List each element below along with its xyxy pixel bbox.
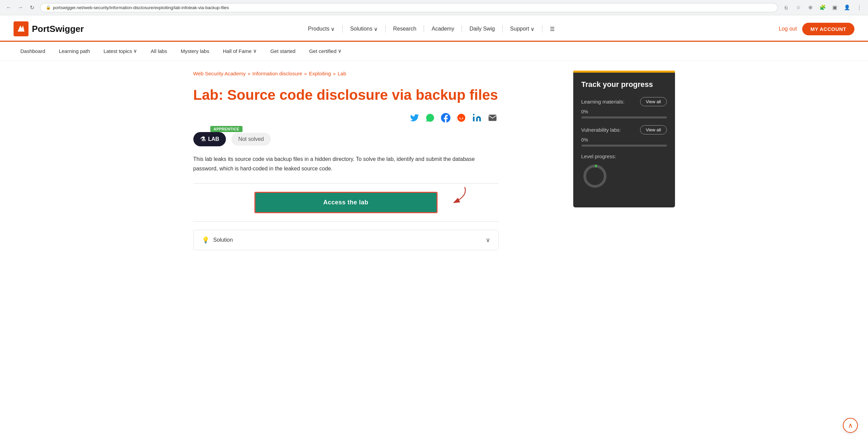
lab-label: LAB	[208, 136, 219, 142]
vuln-labs-pct: 0%	[581, 137, 667, 143]
sec-nav-hall-of-fame[interactable]: Hall of Fame ∨	[216, 42, 264, 60]
reload-button[interactable]: ↻	[27, 3, 37, 12]
apprentice-badge: APPRENTICE	[210, 126, 243, 132]
vuln-labs-section: Vulnerability labs: View all 0%	[581, 125, 667, 147]
logo-icon	[14, 21, 28, 36]
bulb-icon: 💡	[202, 236, 209, 244]
forward-button[interactable]: →	[16, 3, 25, 12]
nav-products[interactable]: Products ∨	[303, 23, 340, 35]
facebook-icon[interactable]	[440, 112, 452, 124]
nav-products-chevron: ∨	[331, 26, 335, 32]
breadcrumb: Web Security Academy » Information discl…	[193, 71, 560, 76]
not-solved-badge: Not solved	[231, 133, 271, 146]
progress-title: Track your progress	[581, 80, 667, 89]
nav-divider-1	[342, 25, 343, 33]
sec-nav-get-certified-chevron: ∨	[338, 48, 342, 54]
svg-point-1	[457, 114, 465, 122]
lock-icon: 🔒	[46, 5, 51, 10]
progress-card: Track your progress Learning materials: …	[573, 71, 675, 207]
sec-nav-latest-topics[interactable]: Latest topics ∨	[97, 42, 144, 60]
progress-card-top-bar	[573, 71, 675, 73]
breadcrumb-sep-2: »	[304, 71, 307, 76]
sec-nav-get-certified[interactable]: Get certified ∨	[302, 42, 348, 60]
twitter-icon[interactable]	[408, 112, 421, 124]
linkedin-icon[interactable]	[471, 112, 483, 124]
reddit-icon[interactable]	[455, 112, 467, 124]
breadcrumb-lab[interactable]: Lab	[337, 71, 346, 76]
vuln-labs-view-all-button[interactable]: View all	[640, 125, 667, 134]
breadcrumb-sep-1: »	[248, 71, 250, 76]
nav-support-label: Support	[510, 26, 529, 32]
logo[interactable]: PortSwigger	[14, 21, 84, 36]
browser-actions: ⎗ ☆ ⊕ 🧩 ▣ 👤 ⋮	[781, 3, 864, 12]
nav-daily-swig-label: Daily Swig	[469, 26, 495, 32]
nav-research[interactable]: Research	[388, 23, 421, 35]
nav-daily-swig[interactable]: Daily Swig	[465, 23, 500, 35]
nav-support[interactable]: Support ∨	[505, 23, 539, 35]
sidebar-button[interactable]: ▣	[830, 3, 840, 12]
vuln-labs-header: Vulnerability labs: View all	[581, 125, 667, 134]
email-icon[interactable]	[486, 112, 499, 124]
sec-nav-get-started[interactable]: Get started	[264, 42, 302, 60]
sec-nav-hall-of-fame-label: Hall of Fame	[223, 48, 252, 54]
breadcrumb-info-disclosure[interactable]: Information disclosure	[252, 71, 302, 76]
profile-button[interactable]: 👤	[842, 3, 852, 12]
breadcrumb-exploiting[interactable]: Exploiting	[309, 71, 331, 76]
logout-button[interactable]: Log out	[779, 26, 797, 32]
level-progress-section: Level progress:	[581, 153, 667, 191]
lab-description: This lab leaks its source code via backu…	[193, 154, 499, 173]
address-bar[interactable]: 🔒 portswigger.net/web-security/informati…	[40, 3, 778, 12]
arrow-annotation	[438, 185, 471, 206]
learning-materials-section: Learning materials: View all 0%	[581, 97, 667, 118]
nav-solutions-label: Solutions	[350, 26, 372, 32]
sec-nav-learning-path-label: Learning path	[59, 48, 90, 54]
nav-divider-6	[542, 25, 542, 33]
bookmark-button[interactable]: ☆	[793, 3, 803, 12]
my-account-button[interactable]: MY ACCOUNT	[802, 23, 854, 35]
lab-pill: ⚗ LAB	[193, 132, 226, 146]
solution-header[interactable]: 💡 Solution ∨	[194, 230, 498, 250]
sec-nav-mystery-labs[interactable]: Mystery labs	[174, 42, 216, 60]
sec-nav-dashboard[interactable]: Dashboard	[14, 42, 52, 60]
logo-text: PortSwigger	[32, 24, 84, 34]
browser-chrome: ← → ↻ 🔒 portswigger.net/web-security/inf…	[0, 0, 868, 15]
sec-nav-mystery-labs-label: Mystery labs	[181, 48, 209, 54]
extensions-button[interactable]: 🧩	[818, 3, 827, 12]
level-progress-chart	[581, 163, 609, 190]
main-content: Web Security Academy » Information discl…	[180, 60, 689, 260]
lab-badge-area: APPRENTICE ⚗ LAB Not solved	[193, 132, 560, 146]
lab-title: Lab: Source code disclosure via backup f…	[193, 87, 560, 104]
vuln-labs-label: Vulnerability labs:	[581, 127, 621, 133]
access-lab-button[interactable]: Access the lab	[254, 192, 438, 213]
menu-button[interactable]: ⋮	[854, 3, 864, 12]
level-progress-label: Level progress:	[581, 153, 667, 159]
sec-nav-get-certified-label: Get certified	[309, 48, 336, 54]
sec-nav-all-labs-label: All labs	[151, 48, 167, 54]
breadcrumb-web-security[interactable]: Web Security Academy	[193, 71, 246, 76]
sec-nav-all-labs[interactable]: All labs	[144, 42, 174, 60]
extension-plus-button[interactable]: ⊕	[806, 3, 815, 12]
sec-nav-get-started-label: Get started	[270, 48, 295, 54]
share-button[interactable]: ⎗	[781, 3, 791, 12]
back-button[interactable]: ←	[4, 3, 14, 12]
sec-nav-learning-path[interactable]: Learning path	[52, 42, 97, 60]
sec-nav-latest-topics-chevron: ∨	[133, 48, 137, 54]
nav-academy[interactable]: Academy	[427, 23, 459, 35]
nav-academy-label: Academy	[431, 26, 454, 32]
nav-divider-3	[424, 25, 424, 33]
sec-nav-hall-of-fame-chevron: ∨	[253, 48, 257, 54]
nav-hamburger[interactable]: ☰	[545, 23, 559, 35]
browser-nav-buttons: ← → ↻	[4, 3, 37, 12]
solution-chevron-icon: ∨	[486, 236, 490, 244]
hamburger-icon: ☰	[550, 26, 555, 32]
url-text: portswigger.net/web-security/information…	[53, 5, 229, 10]
sec-nav-dashboard-label: Dashboard	[20, 48, 45, 54]
nav-solutions[interactable]: Solutions ∨	[345, 23, 383, 35]
vuln-labs-progress-bar	[581, 145, 667, 147]
flask-icon: ⚗	[200, 135, 206, 143]
learning-materials-view-all-button[interactable]: View all	[640, 97, 667, 106]
top-navbar: PortSwigger Products ∨ Solutions ∨ Resea…	[0, 15, 868, 41]
learning-materials-pct: 0%	[581, 109, 667, 114]
solution-section: 💡 Solution ∨	[193, 230, 499, 250]
whatsapp-icon[interactable]	[424, 112, 436, 124]
